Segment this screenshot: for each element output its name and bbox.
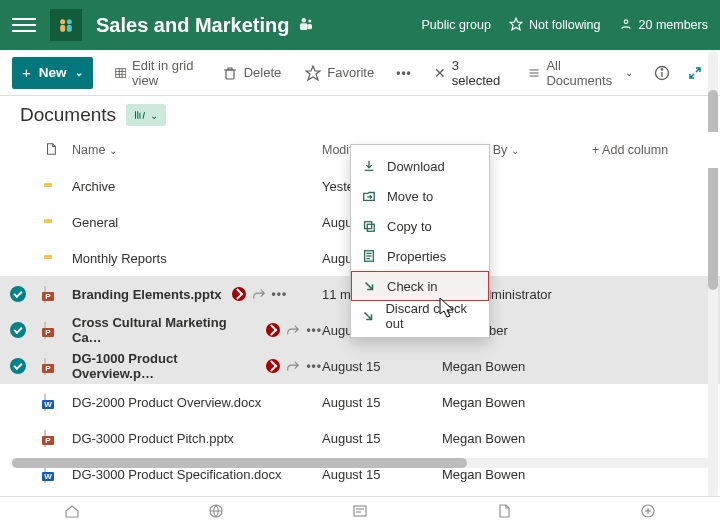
news-icon (352, 503, 368, 519)
check-icon[interactable] (10, 358, 26, 374)
context-menu: DownloadMove toCopy toPropertiesCheck in… (350, 144, 490, 338)
selection-count: ✕ 3 selected (424, 52, 513, 94)
menu-item-label: Properties (387, 249, 446, 264)
svg-rect-2 (60, 25, 65, 32)
menu-item-download[interactable]: Download (351, 151, 489, 181)
home-tab[interactable] (64, 503, 80, 522)
delete-button[interactable]: Delete (212, 59, 292, 87)
edit-grid-button[interactable]: Edit in grid view (105, 52, 208, 94)
svg-rect-15 (226, 70, 234, 79)
share-icon[interactable] (286, 359, 300, 373)
row-overflow-icon[interactable]: ••• (306, 323, 322, 337)
chevron-down-icon: ⌄ (75, 67, 83, 78)
item-modified: August 15 (322, 431, 442, 446)
item-name[interactable]: DG-3000 Product Pitch.pptx (72, 431, 234, 446)
list-item[interactable]: W DG-3000 Product Specification.docx Aug… (0, 456, 720, 492)
menu-item-discard[interactable]: Discard check out (351, 301, 489, 331)
info-pane-button[interactable] (649, 58, 676, 88)
item-modified-by: Megan Bowen (442, 431, 592, 446)
svg-rect-30 (354, 506, 366, 516)
pptx-icon: P (44, 322, 46, 339)
follow-toggle[interactable]: Not following (509, 17, 601, 34)
chevron-down-icon: ⌄ (511, 145, 519, 156)
item-name[interactable]: General (72, 215, 118, 230)
copyto-icon (361, 218, 377, 234)
file-type-column[interactable] (44, 142, 72, 159)
item-name[interactable]: Branding Elements.pptx (72, 287, 222, 302)
clear-selection-icon[interactable]: ✕ (434, 65, 446, 81)
teams-icon[interactable] (297, 15, 315, 36)
chevron-down-icon: ⌄ (150, 110, 158, 121)
menu-item-label: Move to (387, 189, 433, 204)
file-icon (44, 142, 58, 156)
row-overflow-icon[interactable]: ••• (272, 287, 288, 301)
menu-item-moveto[interactable]: Move to (351, 181, 489, 211)
chevron-down-icon: ⌄ (625, 67, 633, 78)
checked-out-icon (232, 287, 246, 301)
menu-item-copyto[interactable]: Copy to (351, 211, 489, 241)
add-column-button[interactable]: + Add column (592, 143, 710, 157)
menu-item-label: Download (387, 159, 445, 174)
menu-item-checkin[interactable]: Check in (351, 271, 489, 301)
overflow-menu-button[interactable]: ••• (388, 60, 420, 86)
check-icon[interactable] (10, 286, 26, 302)
svg-rect-7 (308, 24, 313, 29)
news-tab[interactable] (352, 503, 368, 522)
item-name[interactable]: Cross Cultural Marketing Ca… (72, 315, 256, 345)
favorite-button[interactable]: Favorite (295, 59, 384, 87)
add-tab[interactable] (640, 503, 656, 522)
svg-point-22 (661, 68, 662, 69)
globe-icon (208, 503, 224, 519)
members-link[interactable]: 20 members (619, 17, 708, 34)
command-bar: + New ⌄ Edit in grid view Delete Favorit… (0, 50, 720, 96)
sites-tab[interactable] (208, 503, 224, 522)
site-logo[interactable] (50, 9, 82, 41)
home-icon (64, 503, 80, 519)
star-icon (305, 65, 321, 81)
pptx-icon: P (44, 358, 46, 375)
people-icon (619, 17, 633, 34)
list-item[interactable]: P DG-1000 Product Overview.p… ••• August… (0, 348, 720, 384)
moveto-icon (361, 188, 377, 204)
item-name[interactable]: Archive (72, 179, 115, 194)
page-title: Documents (20, 104, 116, 126)
share-icon[interactable] (286, 323, 300, 337)
site-title[interactable]: Sales and Marketing (96, 14, 289, 37)
svg-rect-3 (67, 25, 72, 32)
content-area: Documents ⌄ Name ⌄ Modified ⌄ Modified B… (0, 96, 720, 500)
view-pill[interactable]: ⌄ (126, 104, 166, 126)
docx-icon: W (44, 394, 46, 411)
list-icon (528, 66, 540, 80)
menu-item-label: Check in (387, 279, 438, 294)
item-name[interactable]: DG-3000 Product Specification.docx (72, 467, 282, 482)
menu-item-label: Discard check out (385, 301, 479, 331)
waffle-menu-icon[interactable] (12, 18, 36, 32)
list-item[interactable]: P DG-3000 Product Pitch.pptx August 15 M… (0, 420, 720, 456)
item-name[interactable]: Monthly Reports (72, 251, 167, 266)
new-button[interactable]: + New ⌄ (12, 57, 93, 89)
check-icon[interactable] (10, 322, 26, 338)
properties-icon (361, 248, 377, 264)
files-tab[interactable] (496, 503, 512, 522)
item-modified: August 15 (322, 395, 442, 410)
view-selector[interactable]: All Documents ⌄ (518, 52, 642, 94)
info-icon (654, 65, 670, 81)
name-column[interactable]: Name ⌄ (72, 143, 322, 157)
row-overflow-icon[interactable]: ••• (306, 359, 322, 373)
svg-point-4 (302, 18, 307, 23)
expand-icon (687, 65, 703, 81)
svg-point-0 (60, 19, 65, 24)
item-modified-by: Megan Bowen (442, 395, 592, 410)
item-name[interactable]: DG-1000 Product Overview.p… (72, 351, 256, 381)
ellipsis-icon: ••• (396, 66, 412, 80)
chevron-down-icon: ⌄ (109, 145, 117, 156)
svg-point-1 (67, 19, 72, 24)
pptx-icon: P (44, 286, 46, 303)
menu-item-properties[interactable]: Properties (351, 241, 489, 271)
item-name[interactable]: DG-2000 Product Overview.docx (72, 395, 261, 410)
list-item[interactable]: W DG-2000 Product Overview.docx August 1… (0, 384, 720, 420)
share-icon[interactable] (252, 287, 266, 301)
docx-icon: W (44, 466, 46, 483)
download-icon (361, 158, 377, 174)
expand-button[interactable] (681, 58, 708, 88)
